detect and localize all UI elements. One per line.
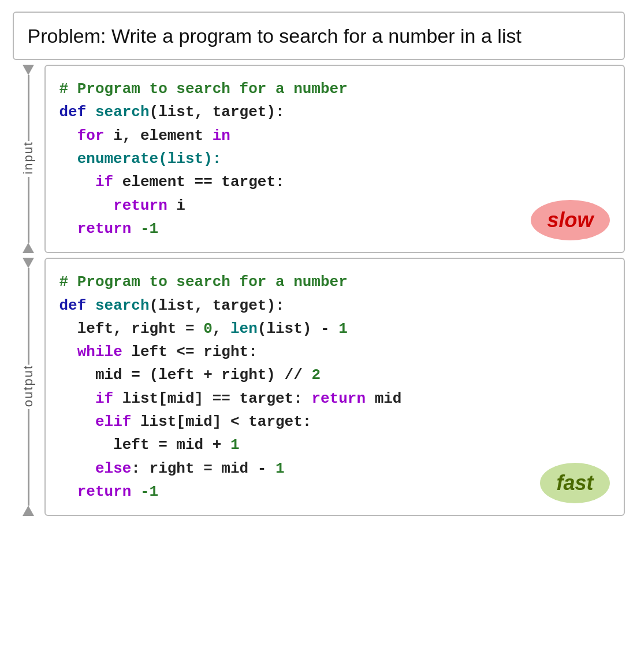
code-token: list[mid] == target: (113, 390, 311, 407)
code-token: element == target: (113, 173, 284, 191)
code-line: # Program to search for a number (59, 270, 610, 294)
code-token: 0 (203, 320, 213, 337)
code-token: return (113, 197, 167, 214)
slow-badge: slow (531, 200, 609, 240)
v-line-top (28, 75, 29, 141)
code-line: return i (59, 194, 610, 217)
code-line: left, right = 0, len(list) - 1 (59, 317, 610, 340)
code-token: 1 (230, 436, 240, 454)
code-token: return (311, 390, 366, 407)
code-line: left = mid + 1 (59, 433, 610, 456)
code-line: else: right = mid - 1 (59, 457, 610, 480)
output-v-line-top (28, 268, 29, 365)
output-section: output # Program to search for a numberd… (13, 258, 625, 516)
code-token (59, 413, 95, 430)
problem-title: Problem: Write a program to search for a… (28, 25, 521, 47)
code-line: if element == target: (59, 170, 610, 194)
code-line: return -1 (59, 217, 610, 240)
main-container: Problem: Write a program to search for a… (13, 12, 625, 521)
code-token: search (95, 103, 150, 121)
code-line: while left <= right: (59, 340, 610, 363)
output-arrow-down-icon (23, 258, 34, 268)
code-token: def (59, 297, 87, 314)
output-v-line-bottom (28, 409, 29, 506)
code-token: while (77, 343, 122, 361)
fast-code-block: # Program to search for a numberdef sear… (59, 270, 610, 503)
code-token (131, 220, 140, 237)
code-line: # Program to search for a number (59, 77, 610, 101)
code-token: enumerate(list): (59, 150, 222, 168)
code-token: , (213, 320, 230, 337)
code-token: for (77, 127, 105, 144)
code-token (59, 390, 95, 407)
output-label: output (21, 365, 36, 407)
code-token: (list, target): (150, 297, 285, 314)
code-token: i (167, 197, 185, 214)
code-token (59, 127, 77, 144)
output-dbl-arrow: output (21, 258, 36, 516)
code-token: in (213, 127, 230, 144)
code-token: mid (366, 390, 401, 407)
output-arrow-column: output (13, 258, 44, 516)
code-token: elif (95, 413, 131, 430)
code-line: def search(list, target): (59, 101, 610, 124)
code-line: if list[mid] == target: return mid (59, 387, 610, 410)
code-token: 2 (311, 366, 321, 384)
code-token (59, 460, 95, 477)
arrow-up-icon (23, 243, 34, 253)
code-token: return (77, 483, 132, 500)
code-token (59, 483, 77, 500)
v-line-bottom (28, 177, 29, 243)
code-line: def search(list, target): (59, 294, 610, 317)
input-arrow-column: input (13, 65, 44, 253)
code-token (86, 103, 95, 121)
code-token: -1 (140, 220, 158, 237)
code-token: mid = (left + right) // (59, 366, 312, 384)
input-label: input (21, 141, 36, 175)
code-token: -1 (140, 483, 158, 500)
code-line: enumerate(list): (59, 147, 610, 170)
code-token: (list) - (258, 320, 338, 337)
code-token (59, 343, 77, 361)
code-line: mid = (left + right) // 2 (59, 363, 610, 387)
code-token: i, element (105, 127, 213, 144)
code-token (59, 173, 95, 191)
code-line: elif list[mid] < target: (59, 410, 610, 433)
code-token: left <= right: (122, 343, 258, 361)
problem-panel: Problem: Write a program to search for a… (13, 12, 625, 60)
code-token: if (95, 173, 113, 191)
slow-code-panel: # Program to search for a numberdef sear… (44, 65, 625, 253)
code-token (86, 297, 95, 314)
input-section: input # Program to search for a numberde… (13, 65, 625, 253)
code-token: 1 (275, 460, 285, 477)
code-token: search (95, 297, 150, 314)
code-token: left, right = (59, 320, 204, 337)
code-token: len (230, 320, 258, 337)
input-dbl-arrow: input (21, 65, 36, 253)
fast-badge: fast (540, 463, 609, 503)
fast-code-panel: # Program to search for a numberdef sear… (44, 258, 625, 516)
output-arrow-up-icon (23, 506, 34, 516)
code-token: list[mid] < target: (131, 413, 311, 430)
code-token: # Program to search for a number (59, 80, 348, 98)
arrow-down-icon (23, 65, 34, 75)
code-token: def (59, 103, 87, 121)
code-line: for i, element in (59, 124, 610, 147)
code-token: else (95, 460, 131, 477)
code-line: return -1 (59, 480, 610, 503)
code-token: : right = mid - (131, 460, 275, 477)
slow-code-block: # Program to search for a numberdef sear… (59, 77, 610, 240)
code-token: (list, target): (150, 103, 285, 121)
code-token: if (95, 390, 113, 407)
code-token (59, 220, 77, 237)
code-token: left = mid + (59, 436, 230, 454)
code-token (131, 483, 140, 500)
code-token (59, 197, 114, 214)
code-token: return (77, 220, 132, 237)
code-token: # Program to search for a number (59, 273, 348, 291)
code-token: 1 (338, 320, 348, 337)
